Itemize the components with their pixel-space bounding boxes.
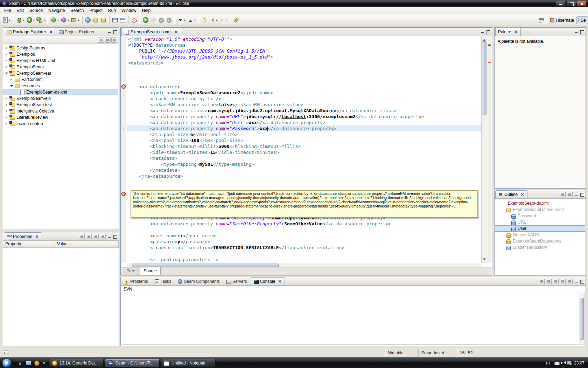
- expand-arrow-icon[interactable]: [5, 53, 9, 56]
- tab-servers[interactable]: Servers: [224, 277, 251, 285]
- minimize-view-button[interactable]: [574, 192, 579, 197]
- expand-arrow-icon[interactable]: [5, 71, 9, 75]
- code-line[interactable]: <xa-datasource-property name="Password">…: [127, 125, 481, 131]
- dropdown-arrow-icon[interactable]: [226, 20, 228, 22]
- menu-file[interactable]: File: [1, 7, 14, 14]
- code-line[interactable]: <xa-datasource-property name="User">xxx<…: [127, 120, 481, 125]
- forward-history-icon[interactable]: [218, 16, 229, 23]
- show-categories-icon[interactable]: [79, 234, 85, 239]
- taskbar-task-untitled-notepad[interactable]: Untitled - Notepad: [161, 359, 216, 367]
- toolbar-overflow-icon[interactable]: »: [42, 360, 46, 366]
- maximize-view-button[interactable]: [112, 29, 118, 34]
- close-icon[interactable]: [174, 30, 178, 34]
- code-line[interactable]: [127, 227, 481, 233]
- previous-annotation-icon[interactable]: [187, 16, 197, 23]
- dropdown-arrow-icon[interactable]: [67, 20, 69, 22]
- taskbar-task-13-14-generic-datas[interactable]: ?13.14. Generic Datas...: [49, 359, 104, 367]
- outline-item-password[interactable]: Password: [495, 213, 585, 219]
- code-line[interactable]: [127, 179, 481, 185]
- scrollbar-thumb[interactable]: [580, 298, 584, 340]
- editor-page-tab-source[interactable]: Source: [140, 267, 161, 275]
- close-icon[interactable]: [520, 192, 525, 197]
- show-desktop-icon[interactable]: [25, 360, 31, 366]
- code-line[interactable]: </metadata>: [127, 167, 481, 173]
- debug-icon[interactable]: [15, 16, 26, 23]
- new-table-icon[interactable]: [119, 16, 126, 23]
- perspective-seam[interactable]: Se: [576, 16, 588, 24]
- restore-default-value-icon[interactable]: [93, 234, 99, 239]
- expand-arrow-icon[interactable]: [5, 103, 9, 107]
- code-line[interactable]: <metadata>: [127, 155, 481, 161]
- dropdown-arrow-icon[interactable]: [194, 20, 196, 22]
- stop-icon[interactable]: [149, 16, 157, 23]
- link-with-editor-icon[interactable]: [567, 192, 573, 197]
- editor-tab-exemploseam-ds-xml[interactable]: ExemploSeam-ds.xml: [121, 28, 181, 36]
- code-lines[interactable]: <?xml version="1.0" encoding="UTF-8"?><!…: [127, 36, 481, 263]
- code-line[interactable]: <password>y</password>: [127, 239, 481, 245]
- display-selected-console-icon[interactable]: [560, 279, 566, 284]
- code-line[interactable]: <isSameRM-override-value>false</isSameRM…: [127, 102, 481, 108]
- close-icon[interactable]: [278, 279, 282, 284]
- project-item-designpatterns[interactable]: DesignPatterns: [4, 45, 118, 51]
- code-line[interactable]: [127, 66, 481, 72]
- scroll-up-icon[interactable]: [483, 38, 486, 41]
- next-annotation-icon[interactable]: [176, 16, 187, 23]
- project-item-lucene-contrib[interactable]: lucene-contrib: [4, 121, 118, 127]
- code-line[interactable]: <max-pool-size>100</max-pool-size>: [127, 137, 481, 143]
- code-line[interactable]: <idle-timeout-minutes>15</idle-timeout-m…: [127, 149, 481, 155]
- expand-arrow-icon[interactable]: [5, 122, 9, 126]
- open-web-browser-icon[interactable]: [84, 16, 92, 23]
- language-indicator[interactable]: PT: [545, 361, 552, 366]
- menu-edit[interactable]: Edit: [14, 7, 27, 14]
- new-package-icon[interactable]: [70, 16, 80, 23]
- collapse-all-icon[interactable]: [98, 37, 104, 43]
- run-last-launched-icon[interactable]: [142, 16, 149, 23]
- tab-seam-components[interactable]: Seam Components: [175, 277, 224, 285]
- table-editor-icon[interactable]: [111, 16, 119, 23]
- minimize-view-button[interactable]: [574, 279, 579, 284]
- project-item-exemploseam-test[interactable]: ExemploSeam-test: [4, 102, 118, 108]
- volume-icon[interactable]: [561, 361, 565, 365]
- minimize-view-button[interactable]: [107, 29, 112, 34]
- tab-console[interactable]: Console: [251, 277, 285, 285]
- close-icon[interactable]: [514, 30, 518, 34]
- start-button[interactable]: [2, 359, 11, 368]
- overview-error-mark[interactable]: [488, 45, 491, 46]
- build-project-icon[interactable]: [157, 16, 165, 23]
- menu-help[interactable]: Help: [139, 7, 154, 14]
- dropdown-arrow-icon[interactable]: [23, 20, 25, 22]
- code-line[interactable]: <jndi-name>ExemploSeamDatasource2</jndi-…: [127, 90, 481, 96]
- project-item-exemploseam-ds-xml[interactable]: ExemploSeam-ds.xml: [4, 89, 118, 95]
- windows-media-player-icon[interactable]: [34, 360, 40, 366]
- code-line[interactable]: PUBLIC "-//JBoss//DTD JBOSS JCA Config 1…: [127, 48, 481, 54]
- maximize-view-button[interactable]: [579, 29, 584, 34]
- last-edit-location-icon[interactable]: [201, 16, 208, 23]
- minimize-button[interactable]: [556, 1, 566, 6]
- outline-item-exemploseamdatasource2[interactable]: ExemploSeamDatasource2: [495, 206, 585, 213]
- taskbar-clock[interactable]: 23:07: [574, 361, 584, 366]
- expand-arrow-icon[interactable]: [5, 109, 9, 113]
- mark-occurrences-icon[interactable]: [232, 16, 240, 23]
- code-line[interactable]: <type-mapping>mySQL</type-mapping>: [127, 161, 481, 167]
- dropdown-arrow-icon[interactable]: [43, 20, 45, 22]
- code-line[interactable]: <?xml version="1.0" encoding="UTF-8"?>: [127, 36, 481, 42]
- close-icon[interactable]: [35, 234, 39, 239]
- tab-tasks[interactable]: Tasks: [152, 277, 175, 285]
- expand-arrow-icon[interactable]: [5, 46, 9, 50]
- back-history-icon[interactable]: [208, 16, 218, 23]
- project-item-literaturereview[interactable]: LiteratureReview: [4, 114, 118, 121]
- expand-arrow-icon[interactable]: [5, 65, 9, 69]
- code-line[interactable]: <user-name>x</user-name>: [127, 233, 481, 239]
- dropdown-arrow-icon[interactable]: [77, 20, 79, 22]
- code-line[interactable]: "http://www.jboss.org/j2ee/dtd/jboss-ds_…: [127, 54, 481, 60]
- view-menu-icon[interactable]: [111, 37, 117, 43]
- code-line[interactable]: <xa-datasource-property name="URL">jdbc:…: [127, 114, 481, 120]
- run-icon[interactable]: [26, 16, 36, 23]
- code-line[interactable]: <track-connection-by-tx />: [127, 96, 481, 102]
- expand-arrow-icon[interactable]: [5, 116, 9, 120]
- minimize-view-button[interactable]: [480, 29, 485, 34]
- expand-arrow-icon[interactable]: [5, 59, 9, 63]
- scrollbar-thumb[interactable]: [482, 41, 486, 115]
- expand-arrow-icon[interactable]: [10, 84, 14, 88]
- expand-arrow-icon[interactable]: [5, 97, 9, 101]
